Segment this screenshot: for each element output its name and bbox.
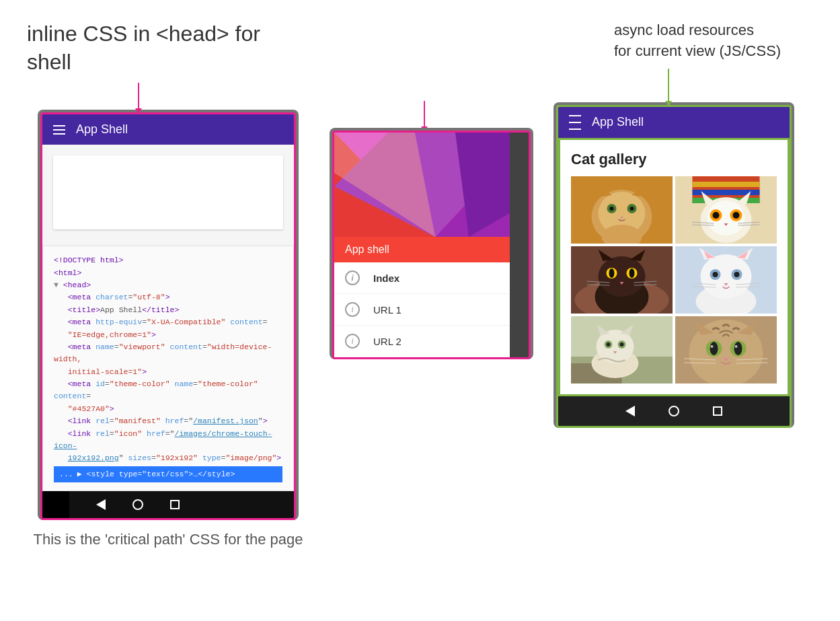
phone-frame-middle: App shell i Index i URL 1 i URL 2: [332, 131, 531, 359]
cat-grid: [571, 176, 777, 383]
code-line-9: initial-scale=1">: [54, 366, 282, 378]
code-line-3: ▼ <head>: [54, 279, 282, 291]
code-line-13: <link rel="icon" href="/images/chrome-to…: [54, 428, 282, 453]
phone-frame-right: App Shell Cat gallery: [556, 105, 792, 428]
code-line-8: <meta name="viewport" content="width=dev…: [54, 341, 282, 366]
cat-gallery: Cat gallery: [558, 138, 790, 396]
label-inline-css: inline CSS in <head> for shell: [27, 20, 309, 76]
right-label-container: async load resources for current view (J…: [574, 20, 781, 69]
cat-cell-6: [675, 316, 777, 383]
dark-sidebar: [510, 133, 529, 357]
nav-label-url2: URL 2: [373, 336, 402, 347]
nav-home-right[interactable]: [669, 406, 679, 416]
code-block: <!DOCTYPE html> <html> ▼ <head> <meta ch…: [42, 246, 294, 491]
code-line-5: <title>App Shell</title>: [54, 304, 282, 316]
drawer-header: App shell: [334, 237, 529, 262]
info-icon-url1: i: [345, 302, 360, 317]
nav-recents-left[interactable]: [170, 500, 180, 509]
code-line-14: 192x192.png" sizes="192x192" type="image…: [54, 452, 282, 464]
nav-label-index: Index: [373, 272, 399, 284]
middle-section: App shell i Index i URL 1 i URL 2: [330, 101, 533, 359]
material-header: [334, 133, 529, 237]
svg-point-60: [713, 272, 718, 277]
code-line-12: <link rel="manifest" href="/manifest.jso…: [54, 415, 282, 427]
svg-point-30: [733, 212, 740, 219]
svg-point-77: [620, 342, 624, 346]
cat-svg-4: [675, 246, 777, 314]
svg-point-15: [630, 207, 634, 211]
phone-content-left: [42, 145, 294, 240]
code-line-4: <meta charset="utf-8">: [54, 291, 282, 303]
app-bar-left: App Shell: [42, 114, 294, 145]
phone-outer-middle: App shell i Index i URL 1 i URL 2: [330, 128, 533, 359]
svg-point-44: [609, 268, 615, 278]
nav-item-url2[interactable]: i URL 2: [334, 326, 529, 357]
cat-cell-4: [675, 246, 777, 314]
arrow-inline-css: [138, 83, 139, 110]
nav-back-left[interactable]: [96, 499, 106, 510]
code-highlight: ... ▶ <style type="text/css">…</style>: [54, 466, 282, 482]
svg-point-61: [734, 272, 740, 277]
cat-svg-5: [571, 316, 673, 383]
app-bar-title-right: App Shell: [592, 115, 644, 129]
nav-item-index[interactable]: i Index: [334, 262, 529, 294]
left-section: inline CSS in <head> for shell App Shell: [27, 20, 309, 548]
svg-point-85: [710, 342, 718, 355]
info-icon-url2: i: [345, 334, 360, 349]
right-section: async load resources for current view (J…: [553, 20, 796, 428]
svg-point-86: [734, 342, 742, 355]
cat-svg-2: [675, 176, 777, 244]
hamburger-icon-right[interactable]: [569, 115, 581, 130]
label-async-load: async load resources for current view (J…: [614, 20, 781, 62]
nav-home-left[interactable]: [132, 499, 143, 510]
nav-recents-right[interactable]: [713, 406, 722, 416]
app-bar-right: App Shell: [558, 107, 790, 138]
arrow-async: [668, 69, 669, 102]
info-icon-index: i: [345, 270, 360, 285]
phone-outer-right: App Shell Cat gallery: [553, 102, 794, 428]
svg-point-88: [735, 345, 738, 348]
cat-svg-3: [571, 246, 673, 314]
svg-rect-20: [693, 182, 760, 187]
svg-point-87: [711, 345, 714, 348]
svg-point-53: [701, 254, 752, 299]
code-line-2: <html>: [54, 267, 282, 279]
cat-cell-1: [571, 176, 673, 244]
cat-cell-3: [571, 246, 673, 314]
bottom-left-corner: [42, 491, 69, 518]
hamburger-icon-left[interactable]: [53, 125, 65, 135]
phone-outer-left: App Shell <!DOCTYPE html> <html> ▼ <head…: [38, 110, 299, 520]
cat-svg-6: [675, 316, 777, 383]
code-line-11: "#4527A0">: [54, 403, 282, 415]
nav-item-url1[interactable]: i URL 1: [334, 294, 529, 326]
label-critical-path: This is the 'critical path' CSS for the …: [34, 531, 303, 548]
code-line-10: <meta id="theme-color" name="theme-color…: [54, 378, 282, 403]
nav-back-right[interactable]: [625, 406, 635, 416]
svg-point-39: [599, 256, 646, 297]
nav-label-url1: URL 1: [373, 304, 402, 316]
phone-bottom-bar-left: [42, 491, 294, 518]
cat-cell-5: [571, 316, 673, 383]
svg-point-45: [629, 268, 635, 278]
code-line-1: <!DOCTYPE html>: [54, 254, 282, 266]
gallery-title: Cat gallery: [571, 151, 777, 168]
material-svg: [334, 133, 529, 237]
app-bar-title-left: App Shell: [76, 122, 128, 137]
phone-frame-left: App Shell <!DOCTYPE html> <html> ▼ <head…: [40, 112, 296, 520]
svg-point-29: [713, 212, 720, 219]
svg-point-76: [607, 342, 611, 346]
code-line-6: <meta http-equiv="X-UA-Compatible" conte…: [54, 316, 282, 328]
svg-point-14: [610, 207, 614, 211]
cat-svg-1: [571, 176, 673, 244]
cat-cell-2: [675, 176, 777, 244]
phone-bottom-bar-right: [558, 396, 790, 426]
white-card: [53, 155, 283, 229]
code-line-7: "IE=edge,chrome=1">: [54, 329, 282, 341]
arrow-middle: [424, 101, 425, 128]
